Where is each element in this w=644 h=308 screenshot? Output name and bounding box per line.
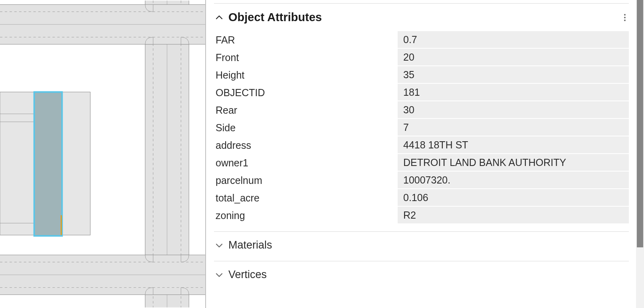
section-header-materials[interactable]: Materials <box>206 232 637 259</box>
attribute-label: Height <box>214 66 398 84</box>
attribute-row: Height35 <box>214 66 629 84</box>
attribute-row: total_acre0.106 <box>214 189 629 207</box>
attribute-value[interactable]: 7 <box>398 119 629 136</box>
inspector-panel: Object Attributes FAR0.7Front20Height35O… <box>206 0 644 308</box>
attribute-label: Rear <box>214 101 398 119</box>
selected-parcel[interactable] <box>34 92 62 236</box>
chevron-up-icon <box>214 14 224 22</box>
inspector-scroll[interactable]: Object Attributes FAR0.7Front20Height35O… <box>206 0 644 308</box>
viewport-3d[interactable] <box>0 0 206 308</box>
section-header-vertices[interactable]: Vertices <box>206 261 637 288</box>
more-options-icon[interactable] <box>621 12 629 23</box>
attribute-row: Rear30 <box>214 101 629 119</box>
road-bottom <box>0 255 205 295</box>
attribute-row: zoningR2 <box>214 207 629 224</box>
section-title-object-attributes: Object Attributes <box>228 11 322 24</box>
attribute-value[interactable]: 35 <box>398 66 629 83</box>
app-root: Object Attributes FAR0.7Front20Height35O… <box>0 0 644 308</box>
chevron-down-icon <box>214 241 224 249</box>
attribute-label: FAR <box>214 31 398 49</box>
attribute-value[interactable]: 4418 18TH ST <box>398 136 629 153</box>
section-title-vertices: Vertices <box>228 269 267 281</box>
attribute-row: address4418 18TH ST <box>214 136 629 154</box>
attribute-value[interactable]: 10007320. <box>398 172 629 188</box>
viewport-canvas <box>0 0 205 308</box>
attribute-label: address <box>214 136 398 154</box>
section-title-materials: Materials <box>228 239 272 251</box>
attribute-row: OBJECTID181 <box>214 84 629 101</box>
section-header-object-attributes[interactable]: Object Attributes <box>206 4 637 31</box>
road-top <box>0 4 205 44</box>
attribute-label: parcelnum <box>214 172 398 189</box>
svg-rect-24 <box>34 92 62 236</box>
attribute-row: FAR0.7 <box>214 31 629 49</box>
object-attributes-list: FAR0.7Front20Height35OBJECTID181Rear30Si… <box>206 31 637 229</box>
attribute-value[interactable]: 20 <box>398 49 629 65</box>
chevron-down-icon <box>214 271 224 279</box>
attribute-label: total_acre <box>214 189 398 207</box>
attribute-value[interactable]: DETROIT LAND BANK AUTHORITY <box>398 154 629 171</box>
attribute-row: Front20 <box>214 49 629 66</box>
attribute-row: owner1DETROIT LAND BANK AUTHORITY <box>214 154 629 172</box>
attribute-label: zoning <box>214 207 398 224</box>
attribute-row: parcelnum10007320. <box>214 172 629 189</box>
scrollbar-track[interactable] <box>636 0 644 308</box>
attribute-value[interactable]: R2 <box>398 207 629 223</box>
attribute-value[interactable]: 0.106 <box>398 189 629 206</box>
attribute-label: Front <box>214 49 398 66</box>
attribute-label: OBJECTID <box>214 84 398 101</box>
scrollbar-thumb[interactable] <box>637 0 643 247</box>
attribute-value[interactable]: 0.7 <box>398 31 629 48</box>
attribute-label: Side <box>214 119 398 136</box>
attribute-value[interactable]: 181 <box>398 84 629 101</box>
attribute-label: owner1 <box>214 154 398 172</box>
attribute-value[interactable]: 30 <box>398 101 629 118</box>
attribute-row: Side7 <box>214 119 629 136</box>
